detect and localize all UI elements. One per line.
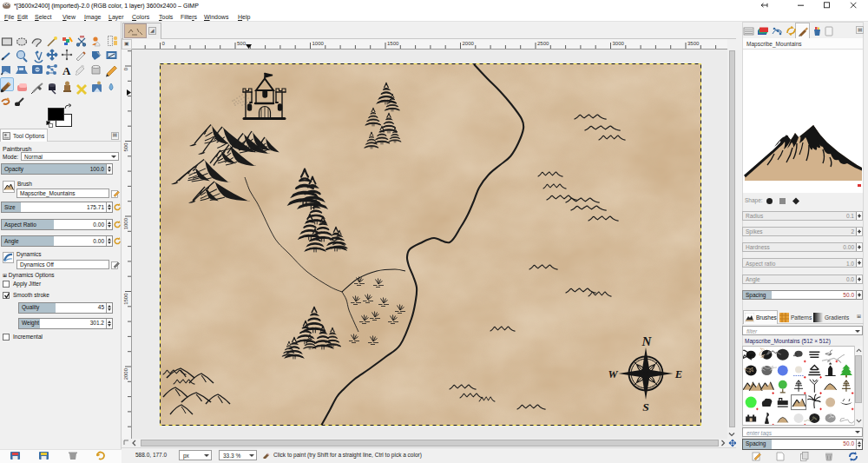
svg-text:W: W: [608, 368, 618, 380]
svg-text:S: S: [642, 400, 649, 413]
svg-text:1000: 1000: [312, 41, 325, 46]
svg-text:A: A: [62, 64, 71, 77]
svg-text:1500: 1500: [123, 293, 128, 305]
svg-text:3000: 3000: [613, 41, 625, 46]
svg-text:2000: 2000: [123, 367, 128, 380]
svg-text:1000: 1000: [123, 217, 128, 229]
svg-text:3500: 3500: [687, 41, 700, 46]
svg-text:1500: 1500: [387, 41, 399, 46]
svg-text:500: 500: [237, 41, 247, 46]
svg-text:2500: 2500: [537, 41, 549, 46]
svg-text:2000: 2000: [463, 41, 475, 46]
svg-text:500: 500: [123, 142, 128, 152]
svg-text:E: E: [674, 368, 682, 380]
svg-text:N: N: [641, 334, 653, 348]
